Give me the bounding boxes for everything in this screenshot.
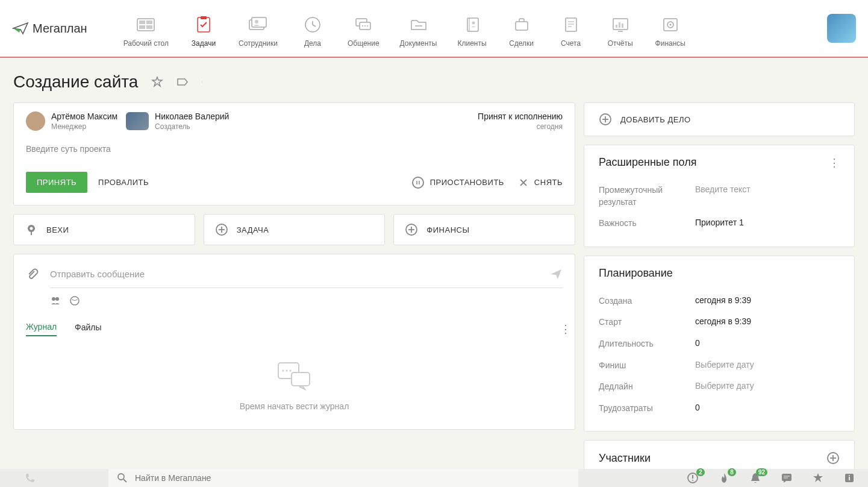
svg-point-14: [364, 25, 366, 27]
nav-documents[interactable]: Документы: [400, 9, 437, 48]
svg-point-9: [255, 20, 258, 24]
svg-point-61: [118, 474, 124, 480]
status-block: Принят к исполнению сегодня: [478, 112, 563, 131]
message-input[interactable]: [50, 265, 539, 283]
svg-point-33: [202, 82, 202, 83]
nav-clients[interactable]: Клиенты: [457, 9, 486, 48]
accept-button[interactable]: ПРИНЯТЬ: [26, 172, 87, 193]
invoice-icon: [557, 14, 585, 36]
more-icon[interactable]: [202, 76, 204, 88]
logo-icon: [12, 22, 29, 35]
send-icon[interactable]: [549, 268, 563, 281]
svg-rect-27: [622, 24, 623, 28]
intermediate-result-input[interactable]: Введите текст: [695, 184, 840, 194]
top-nav: Мегаплан Рабочий стол Задачи Сотрудники …: [0, 0, 868, 58]
chat-icon: [349, 14, 378, 36]
nav-finance[interactable]: Финансы: [655, 9, 685, 48]
title-bar: Создание сайта: [0, 58, 868, 102]
close-icon: [519, 178, 528, 187]
clock-icon: [298, 14, 327, 36]
logo-text: Мегаплан: [33, 22, 87, 36]
task-header-card: Артёмов Максим Менеджер Николаев Валерий…: [13, 102, 575, 206]
svg-rect-54: [292, 372, 310, 386]
alert-icon[interactable]: 2: [686, 471, 699, 485]
journal-empty: Время начать вести журнал: [26, 336, 563, 417]
plus-circle-icon: [599, 113, 612, 126]
svg-rect-2: [146, 20, 152, 24]
svg-rect-6: [201, 16, 207, 19]
fire-icon[interactable]: 8: [717, 471, 731, 485]
person-creator[interactable]: Николаев Валерий Создатель: [126, 112, 229, 131]
finish-input[interactable]: Выберите дату: [695, 360, 840, 369]
pin-icon: [25, 223, 38, 236]
svg-point-65: [692, 480, 693, 481]
search-bar[interactable]: [108, 469, 578, 487]
svg-point-52: [286, 370, 287, 372]
nav-sales[interactable]: Сделки: [507, 9, 536, 48]
journal-more-icon[interactable]: ⋮: [560, 322, 563, 336]
svg-rect-19: [516, 22, 528, 30]
svg-point-53: [289, 370, 291, 372]
globe-icon[interactable]: [69, 295, 80, 306]
add-deal-button[interactable]: ДОБАВИТЬ ДЕЛО: [584, 102, 855, 136]
phone-icon[interactable]: [12, 473, 48, 483]
svg-rect-20: [566, 18, 576, 31]
nav-deals[interactable]: Дела: [298, 9, 327, 48]
svg-rect-66: [782, 474, 792, 481]
fail-button[interactable]: ПРОВАЛИТЬ: [98, 172, 149, 193]
info-icon[interactable]: [843, 471, 856, 485]
star-icon[interactable]: [811, 471, 825, 485]
logo[interactable]: Мегаплан: [12, 22, 87, 36]
planning-card: Планирование Созданасегодня в 9:39 Старт…: [584, 256, 855, 432]
search-icon: [117, 473, 128, 483]
star-icon[interactable]: [151, 76, 163, 88]
pause-button[interactable]: ПРИОСТАНОВИТЬ: [412, 177, 504, 189]
bell-icon[interactable]: 92: [749, 471, 762, 485]
svg-point-15: [367, 25, 368, 27]
svg-point-51: [282, 370, 284, 372]
svg-point-48: [55, 297, 59, 301]
remove-button[interactable]: СНЯТЬ: [519, 177, 563, 189]
start-value[interactable]: сегодня в 9:39: [695, 316, 840, 326]
add-participant-icon[interactable]: [826, 451, 840, 465]
tasks-icon: [189, 14, 218, 36]
nav-chat[interactable]: Общение: [348, 9, 379, 48]
tag-icon[interactable]: [176, 76, 189, 88]
person-manager[interactable]: Артёмов Максим Менеджер: [26, 112, 117, 131]
journal-tab[interactable]: Журнал: [26, 322, 57, 336]
svg-line-62: [123, 479, 126, 482]
finance-tab[interactable]: ФИНАНСЫ: [393, 214, 575, 245]
search-input[interactable]: [135, 473, 570, 483]
nav-desktop[interactable]: Рабочий стол: [123, 9, 169, 48]
nav-employees[interactable]: Сотрудники: [239, 9, 278, 48]
svg-point-32: [202, 81, 202, 81]
svg-point-31: [669, 24, 671, 26]
priority-value[interactable]: Приоритет 1: [695, 218, 840, 227]
message-icon[interactable]: [780, 471, 793, 485]
plus-circle-icon: [215, 223, 228, 236]
nav-reports[interactable]: Отчёты: [606, 9, 635, 48]
nav-invoices[interactable]: Счета: [557, 9, 585, 48]
description-placeholder[interactable]: Введите суть проекта: [14, 139, 575, 165]
people-icon[interactable]: [50, 295, 61, 306]
svg-rect-1: [139, 20, 145, 24]
deadline-input[interactable]: Выберите дату: [695, 381, 840, 391]
desktop-icon: [131, 14, 160, 36]
nav-tasks[interactable]: Задачи: [189, 9, 218, 48]
task-tab[interactable]: ЗАДАЧА: [204, 214, 386, 245]
briefcase-icon: [507, 14, 536, 36]
svg-point-13: [362, 25, 363, 27]
svg-point-47: [52, 297, 55, 301]
svg-point-40: [30, 227, 33, 230]
avatar: [26, 112, 45, 131]
labor-value[interactable]: 0: [695, 403, 840, 412]
duration-value[interactable]: 0: [695, 338, 840, 348]
more-icon[interactable]: ⋮: [829, 157, 840, 168]
attach-icon[interactable]: [26, 268, 39, 281]
svg-point-18: [472, 22, 475, 25]
milestones-tab[interactable]: ВЕХИ: [13, 214, 195, 245]
svg-point-71: [849, 475, 850, 476]
nav-menu: Рабочий стол Задачи Сотрудники Дела Обще…: [123, 9, 827, 48]
files-tab[interactable]: Файлы: [75, 322, 101, 336]
user-avatar[interactable]: [827, 14, 856, 43]
